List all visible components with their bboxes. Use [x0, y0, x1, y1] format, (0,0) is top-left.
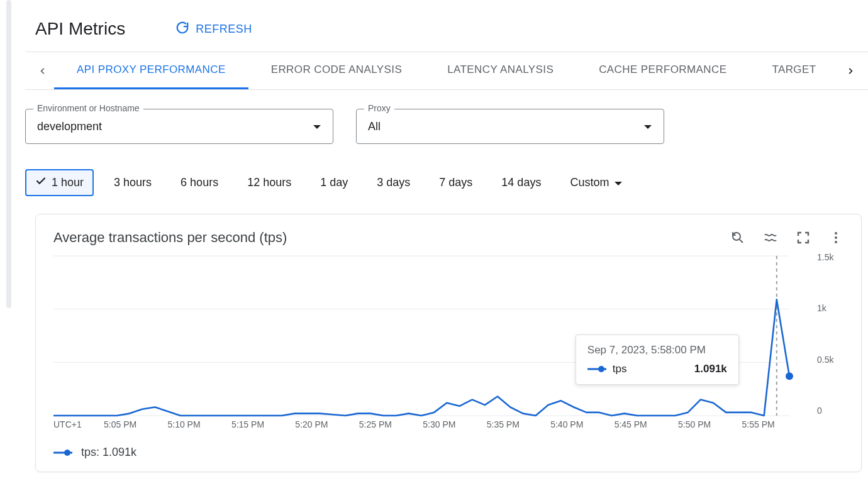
caret-down-icon [614, 176, 623, 189]
y-tick: 0.5k [817, 355, 843, 365]
tooltip-timestamp: Sep 7, 2023, 5:58:00 PM [587, 344, 727, 357]
range-3-hours[interactable]: 3 hours [105, 171, 160, 194]
x-axis-ticks: UTC+1 5:05 PM 5:10 PM 5:15 PM 5:20 PM 5:… [53, 419, 806, 429]
environment-select[interactable]: Environment or Hostname development [25, 109, 333, 144]
tooltip-series-name: tps [613, 363, 627, 375]
x-tick: 5:45 PM [615, 419, 678, 429]
chart-legend: tps: 1.091k [53, 446, 843, 459]
legend-label: tps: 1.091k [81, 446, 136, 459]
fullscreen-button[interactable] [796, 230, 811, 245]
x-tick: 5:15 PM [231, 419, 295, 429]
x-tick: 5:10 PM [167, 419, 231, 429]
x-tick: 5:20 PM [295, 419, 359, 429]
tab-error-code-analysis[interactable]: ERROR CODE ANALYSIS [248, 52, 425, 89]
x-tick: 5:25 PM [359, 419, 423, 429]
range-1-hour[interactable]: 1 hour [25, 169, 94, 196]
proxy-value: All [368, 120, 643, 133]
time-range-row: 1 hour 3 hours 6 hours 12 hours 1 day 3 … [25, 144, 868, 196]
range-label: Custom [570, 176, 609, 189]
caret-down-icon [643, 121, 652, 132]
y-tick: 0 [817, 406, 843, 416]
x-timezone: UTC+1 [53, 419, 104, 429]
tabs: API PROXY PERFORMANCE ERROR CODE ANALYSI… [54, 52, 839, 89]
proxy-label: Proxy [364, 103, 394, 113]
range-1-day[interactable]: 1 day [311, 171, 357, 194]
x-tick: 5:30 PM [423, 419, 486, 429]
filters-row: Environment or Hostname development Prox… [25, 90, 868, 144]
series-glyph-icon [587, 365, 606, 373]
page-title: API Metrics [35, 19, 125, 39]
x-tick: 5:55 PM [742, 419, 806, 429]
tab-scroll-right[interactable] [839, 67, 862, 75]
tab-target[interactable]: TARGET [749, 52, 838, 89]
svg-point-9 [786, 372, 793, 380]
proxy-select[interactable]: Proxy All [356, 109, 664, 144]
range-label: 1 hour [52, 176, 84, 189]
more-menu-button[interactable] [828, 230, 843, 245]
range-6-hours[interactable]: 6 hours [172, 171, 227, 194]
x-tick: 5:40 PM [550, 419, 614, 429]
environment-value: development [37, 120, 313, 133]
check-icon [35, 175, 47, 190]
tooltip-value: 1.091k [694, 363, 727, 375]
svg-point-13 [64, 450, 70, 456]
svg-point-11 [598, 366, 604, 372]
chart-card: Average transactions per second (tps) [35, 214, 862, 472]
svg-point-1 [835, 232, 837, 235]
range-14-days[interactable]: 14 days [492, 171, 550, 194]
tabs-row: API PROXY PERFORMANCE ERROR CODE ANALYSI… [25, 52, 868, 90]
y-axis-ticks: 1.5k 1k 0.5k 0 [812, 252, 843, 416]
chart-tooltip: Sep 7, 2023, 5:58:00 PM tps 1.091k [576, 334, 739, 385]
range-7-days[interactable]: 7 days [430, 171, 481, 194]
tab-scroll-left[interactable] [31, 67, 54, 75]
tab-latency-analysis[interactable]: LATENCY ANALYSIS [425, 52, 576, 89]
svg-point-2 [835, 236, 837, 239]
tab-api-proxy-performance[interactable]: API PROXY PERFORMANCE [54, 52, 248, 89]
refresh-icon [175, 21, 189, 38]
range-custom[interactable]: Custom [561, 171, 632, 194]
chart-toolbar [730, 230, 843, 245]
refresh-button[interactable]: REFRESH [175, 21, 252, 38]
x-tick: 5:50 PM [678, 419, 742, 429]
range-3-days[interactable]: 3 days [368, 171, 419, 194]
environment-label: Environment or Hostname [33, 103, 143, 113]
chart-area[interactable]: 1.5k 1k 0.5k 0 UTC+1 5:05 PM 5:10 PM 5:1… [53, 252, 843, 441]
chart-title: Average transactions per second (tps) [53, 229, 287, 246]
legend-toggle-button[interactable] [763, 230, 778, 245]
range-12-hours[interactable]: 12 hours [238, 171, 300, 194]
y-tick: 1.5k [817, 252, 843, 262]
tab-cache-performance[interactable]: CACHE PERFORMANCE [576, 52, 749, 89]
reset-zoom-button[interactable] [730, 230, 745, 245]
svg-point-3 [835, 241, 837, 243]
refresh-label: REFRESH [196, 23, 252, 36]
caret-down-icon [313, 121, 321, 132]
x-tick: 5:35 PM [487, 419, 550, 429]
vertical-scrollbar[interactable] [6, 0, 11, 308]
series-glyph-icon [53, 449, 72, 456]
y-tick: 1k [817, 303, 843, 313]
x-tick: 5:05 PM [104, 419, 167, 429]
page-header: API Metrics REFRESH [25, 0, 868, 52]
